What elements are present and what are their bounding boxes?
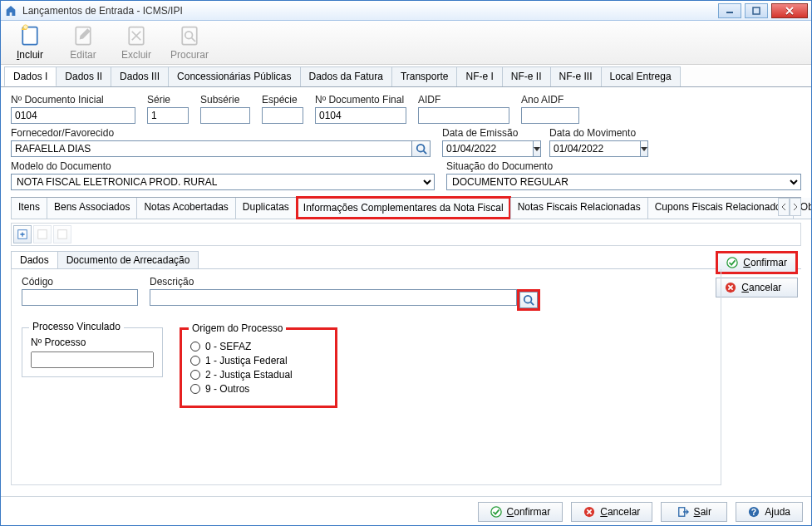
origem-radio-estadual[interactable]: 2 - Justiça Estadual <box>190 369 327 381</box>
situacao-select[interactable]: DOCUMENTO REGULAR <box>446 174 801 190</box>
origem-radio-outros[interactable]: 9 - Outros <box>190 383 327 395</box>
modelo-select[interactable]: NOTA FISCAL ELETRONICA PROD. RURAL <box>11 174 435 190</box>
svg-point-12 <box>727 258 737 268</box>
tab-nfe-i[interactable]: NF-e I <box>456 66 502 86</box>
origem-radio-federal[interactable]: 1 - Justiça Federal <box>190 355 327 366</box>
origem-radio-sefaz[interactable]: 0 - SEFAZ <box>190 341 327 352</box>
window-title: Lançamentos de Entrada - ICMS/IPI <box>22 5 718 17</box>
descricao-lookup-button[interactable] <box>519 292 538 308</box>
data-movimento-input[interactable] <box>549 140 641 157</box>
serie-input[interactable] <box>147 107 189 124</box>
side-confirmar-button[interactable]: Confirmar <box>716 251 798 274</box>
svg-rect-10 <box>38 230 47 239</box>
delete-doc-icon <box>125 24 148 47</box>
inner-delete-button <box>53 225 71 243</box>
radio-icon <box>190 384 200 394</box>
subtab-notas-acobertadas[interactable]: Notas Acobertadas <box>136 198 235 219</box>
subtab-bens[interactable]: Bens Associados <box>47 198 137 219</box>
innertab-dados[interactable]: Dados <box>11 251 58 268</box>
origem-label-0: 0 - SEFAZ <box>205 341 251 352</box>
exit-icon <box>677 506 689 518</box>
tab-dados-i[interactable]: Dados I <box>4 66 57 86</box>
bottom-sair-label: Sair <box>694 506 711 518</box>
close-button[interactable] <box>771 3 808 18</box>
side-cancelar-button[interactable]: Cancelar <box>716 278 798 297</box>
radio-icon <box>190 342 200 351</box>
aidf-label: AIDF <box>418 94 509 106</box>
svg-point-3 <box>23 25 27 29</box>
serie-label: Série <box>147 94 189 106</box>
edit-icon <box>37 229 48 240</box>
data-movimento-dropdown[interactable] <box>641 140 648 157</box>
chevron-down-icon <box>641 147 647 151</box>
bottom-ajuda-button[interactable]: ? Ajuda <box>736 502 803 522</box>
minimize-button[interactable] <box>718 3 741 18</box>
side-confirmar-label: Confirmar <box>743 257 787 268</box>
codigo-label: Código <box>22 276 138 288</box>
bottom-cancelar-label: Cancelar <box>600 506 640 518</box>
especie-input[interactable] <box>262 107 303 124</box>
subtab-scroll-left[interactable] <box>778 198 790 216</box>
data-emissao-input[interactable] <box>442 140 534 157</box>
subtab-duplicatas[interactable]: Duplicatas <box>235 198 297 219</box>
fornecedor-label: Fornecedor/Favorecido <box>11 127 431 139</box>
subtab-scroll-right[interactable] <box>790 198 801 216</box>
main-toolbar: Incluir Editar Excluir Procurar <box>1 21 811 65</box>
bottom-ajuda-label: Ajuda <box>765 506 790 518</box>
new-doc-icon <box>18 24 42 47</box>
tab-concessionarias[interactable]: Concessionárias Públicas <box>168 66 300 86</box>
svg-point-15 <box>490 507 500 517</box>
procurar-button: Procurar <box>169 24 210 61</box>
origem-label-1: 1 - Justiça Federal <box>205 355 288 366</box>
subserie-label: Subsérie <box>200 94 250 106</box>
incluir-button[interactable]: Incluir <box>9 24 51 61</box>
tab-transporte[interactable]: Transporte <box>391 66 458 86</box>
tab-dados-fatura[interactable]: Dados da Fatura <box>300 66 392 86</box>
tab-nfe-iii[interactable]: NF-e III <box>550 66 602 86</box>
bottom-confirmar-label: Confirmar <box>507 506 551 518</box>
data-emissao-dropdown[interactable] <box>534 140 541 157</box>
editar-button: Editar <box>62 24 104 61</box>
num-doc-inicial-input[interactable] <box>11 107 135 124</box>
svg-point-8 <box>416 145 424 152</box>
codigo-input[interactable] <box>22 289 138 306</box>
svg-point-14 <box>524 296 532 303</box>
num-doc-inicial-label: Nº Documento Inicial <box>11 94 135 106</box>
subtab-itens[interactable]: Itens <box>11 198 47 219</box>
tab-dados-iii[interactable]: Dados III <box>111 66 169 86</box>
excluir-label: Excluir <box>121 49 151 61</box>
maximize-button[interactable] <box>745 3 768 18</box>
svg-text:?: ? <box>751 507 756 517</box>
tab-nfe-ii[interactable]: NF-e II <box>502 66 551 86</box>
subtab-info-complementares[interactable]: Informações Complementares da Nota Fisca… <box>296 196 511 219</box>
descricao-label: Descrição <box>150 276 540 288</box>
fornecedor-input[interactable] <box>11 140 412 157</box>
data-movimento-label: Data do Movimento <box>549 127 645 139</box>
titlebar: Lançamentos de Entrada - ICMS/IPI <box>1 1 811 21</box>
side-cancelar-label: Cancelar <box>741 282 781 293</box>
delete-icon <box>57 229 68 240</box>
bottom-sair-button[interactable]: Sair <box>661 502 727 522</box>
innertab-doc-arrecadacao[interactable]: Documento de Arrecadação <box>57 251 199 268</box>
ano-aidf-input[interactable] <box>521 107 579 124</box>
inner-new-button[interactable] <box>13 225 32 243</box>
bottom-confirmar-button[interactable]: Confirmar <box>478 502 563 522</box>
aidf-input[interactable] <box>418 107 509 124</box>
subserie-input[interactable] <box>200 107 250 124</box>
subtab-notas-relacionadas[interactable]: Notas Fiscais Relacionadas <box>510 198 648 219</box>
origem-label-2: 2 - Justiça Estadual <box>205 369 293 381</box>
situacao-label: Situação do Documento <box>446 160 801 172</box>
bottom-cancelar-button[interactable]: Cancelar <box>571 502 652 522</box>
main-tabs: Dados I Dados II Dados III Concessionári… <box>1 66 811 87</box>
subtab-cupons[interactable]: Cupons Fiscais Relacionados <box>647 198 794 219</box>
svg-rect-0 <box>726 12 733 13</box>
cancel-icon <box>725 282 736 293</box>
fornecedor-lookup-button[interactable] <box>412 140 431 157</box>
num-doc-final-input[interactable] <box>315 107 406 124</box>
num-processo-input[interactable] <box>31 351 154 368</box>
radio-icon <box>190 356 200 366</box>
tab-dados-ii[interactable]: Dados II <box>56 66 111 86</box>
tab-local-entrega[interactable]: Local Entrega <box>601 66 681 86</box>
editar-label: Editar <box>70 49 96 61</box>
descricao-input[interactable] <box>150 289 517 306</box>
